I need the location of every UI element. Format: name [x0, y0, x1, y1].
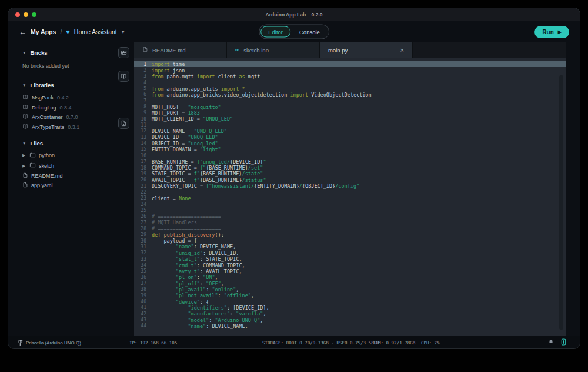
code-line[interactable]: 7	[134, 98, 566, 104]
zoom-window-icon[interactable]	[32, 12, 36, 17]
back-arrow-icon[interactable]: ←	[19, 28, 26, 36]
code-line[interactable]: 43 "model": "Arduino UNO Q",	[134, 317, 566, 323]
code-line[interactable]: 19STATE_TOPIC = f"{BASE_RUNTIME}/state"	[134, 171, 566, 177]
code-line[interactable]: 26# =====================	[134, 214, 566, 220]
code-line[interactable]: 3from paho.mqtt import client as mqtt	[134, 74, 566, 79]
app-name[interactable]: Home Assistant	[74, 28, 117, 35]
code-line[interactable]: 4	[134, 79, 566, 85]
code-text: "pl_on": "ON",	[152, 274, 218, 280]
code-line[interactable]: 25	[134, 207, 566, 213]
chevron-down-icon[interactable]: ▼	[121, 30, 125, 34]
editor-tab-sketch-ino[interactable]: ∞sketch.ino	[227, 42, 320, 58]
section-files-title: Files	[30, 140, 43, 147]
add-file-button[interactable]	[118, 118, 129, 129]
code-line[interactable]: 31 "name": DEVICE_NAME,	[134, 244, 566, 250]
close-tab-icon[interactable]: ×	[400, 47, 404, 54]
close-window-icon[interactable]	[15, 12, 20, 17]
library-item[interactable]: ArxTypeTraits0.3.1	[22, 124, 134, 131]
chevron-down-icon[interactable]: ▼	[22, 51, 26, 55]
section-files[interactable]: ▼ Files	[22, 140, 134, 147]
code-line[interactable]: 14OBJECT_ID = "unoq_led"	[134, 140, 566, 146]
section-bricks[interactable]: ▼ Bricks	[22, 49, 134, 56]
library-item[interactable]: ArxContainer0.7.0	[22, 114, 134, 121]
run-button[interactable]: Run ▶	[534, 26, 569, 38]
line-number: 7	[134, 98, 152, 104]
chevron-down-icon[interactable]: ▼	[22, 141, 26, 145]
chevron-right-icon[interactable]: ▶	[22, 164, 26, 168]
code-text: "cmd_t": COMMAND_TOPIC,	[152, 263, 245, 268]
code-line[interactable]: 9MQTT_PORT = 1883	[134, 110, 566, 116]
code-text: ENTITY_DOMAIN = "light"	[152, 147, 221, 152]
code-line[interactable]: 34 "cmd_t": COMMAND_TOPIC,	[134, 262, 566, 268]
file-item[interactable]: app.yaml	[22, 182, 134, 189]
code-line[interactable]: 17BASE_RUNTIME = f"unoq_led/{DEVICE_ID}"	[134, 159, 566, 165]
folder-item[interactable]: ▶python	[22, 152, 134, 160]
folder-item[interactable]: ▶sketch	[22, 162, 134, 170]
line-number: 5	[134, 86, 152, 91]
code-line[interactable]: 13DEVICE_ID = "UNOQ_LED"	[134, 134, 566, 140]
code-line[interactable]: 38 "pl_avail": "online",	[134, 287, 566, 293]
code-line[interactable]: 28# =====================	[134, 225, 566, 231]
code-line[interactable]: 15ENTITY_DOMAIN = "light"	[134, 147, 566, 152]
code-line[interactable]: 40 "device": {	[134, 298, 566, 304]
line-number: 25	[134, 208, 152, 213]
code-line[interactable]: 35 "avty_t": AVAIL_TOPIC,	[134, 268, 566, 274]
line-number: 13	[134, 135, 152, 140]
editor-tab-main-py[interactable]: main.py×	[320, 42, 413, 58]
ram-status: RAM: 0.92/1.78GB	[373, 340, 415, 345]
code-line[interactable]: 41 "identifiers": [DEVICE_ID],	[134, 305, 566, 311]
code-line[interactable]: 11	[134, 122, 566, 128]
code-line[interactable]: 42 "manufacturer": "varofla",	[134, 311, 566, 317]
libraries-button[interactable]	[118, 71, 129, 82]
code-line[interactable]: 39 "pl_not_avail": "offline",	[134, 293, 566, 298]
code-line[interactable]: 1import time	[134, 61, 566, 67]
chevron-right-icon[interactable]: ▶	[22, 153, 26, 158]
code-line[interactable]: 21DISCOVERY_TOPIC = f"homeassistant/{ENT…	[134, 183, 566, 189]
code-line[interactable]: 33 "stat_t": STATE_TOPIC,	[134, 256, 566, 262]
section-libraries[interactable]: ▼ Libraries	[22, 82, 134, 88]
code-line[interactable]: 36 "pl_on": "ON",	[134, 274, 566, 280]
header: ← My Apps / ♥ Home Assistant ▼ Editor Co…	[8, 21, 580, 42]
file-item[interactable]: README.md	[22, 172, 134, 180]
code-line[interactable]: 10MQTT_CLIENT_ID = "UNOQ_LED"	[134, 116, 566, 122]
code-line[interactable]: 44 "name": DEVICE_NAME,	[134, 323, 566, 329]
chevron-down-icon[interactable]: ▼	[22, 83, 26, 87]
code-line[interactable]: 23client = None	[134, 195, 566, 201]
code-line[interactable]: 32 "uniq_id": DEVICE_ID,	[134, 250, 566, 256]
code-line[interactable]: 2import json	[134, 67, 566, 73]
code-line[interactable]: 6from arduino.app_bricks.video_objectdet…	[134, 92, 566, 98]
code-line[interactable]: 20AVAIL_TOPIC = f"{BASE_RUNTIME}/status"	[134, 177, 566, 183]
code-line[interactable]: 22	[134, 189, 566, 195]
editor-tab-readme-md[interactable]: README.md	[134, 42, 227, 58]
code-line[interactable]: 37 "pl_off": "OFF",	[134, 280, 566, 286]
code-line[interactable]: 18COMMAND_TOPIC = f"{BASE_RUNTIME}/set"	[134, 165, 566, 171]
code-editor[interactable]: 1import time2import json3from paho.mqtt …	[134, 58, 566, 336]
line-number: 29	[134, 232, 152, 237]
library-item[interactable]: DebugLog0.8.4	[22, 104, 134, 111]
code-line[interactable]: 12DEVICE_NAME = "UNO Q LED"	[134, 128, 566, 134]
notifications-button[interactable]	[548, 339, 554, 346]
add-brick-button[interactable]	[118, 47, 129, 58]
code-line[interactable]: 30 payload = {	[134, 238, 566, 244]
code-line[interactable]: 29def publish_discovery():	[134, 232, 566, 238]
file-name: python	[39, 152, 55, 158]
minimize-window-icon[interactable]	[24, 12, 28, 17]
code-line[interactable]: 24	[134, 201, 566, 207]
board-status-button[interactable]	[560, 338, 567, 347]
code-line[interactable]: 8MQTT_HOST = "mosquitto"	[134, 104, 566, 109]
line-number: 40	[134, 299, 152, 304]
code-line[interactable]: 16	[134, 152, 566, 158]
line-number: 30	[134, 238, 152, 244]
code-line[interactable]: 27# MQTT Handlers	[134, 220, 566, 225]
line-number: 15	[134, 147, 152, 152]
code-line[interactable]: 5from arduino.app_utils import *	[134, 85, 566, 91]
tab-editor[interactable]: Editor	[260, 26, 290, 38]
code-text: "name": DEVICE_NAME,	[152, 244, 236, 250]
library-version: 0.8.4	[60, 105, 72, 111]
editor-scrollbar[interactable]	[559, 75, 563, 330]
tab-console[interactable]: Console	[292, 26, 328, 38]
library-item[interactable]: MsgPack0.4.2	[22, 94, 134, 101]
file-name: sketch	[39, 163, 54, 169]
device-status[interactable]: Priscella (Arduino UNO Q)	[18, 339, 81, 346]
breadcrumb-my-apps[interactable]: My Apps	[31, 28, 56, 35]
